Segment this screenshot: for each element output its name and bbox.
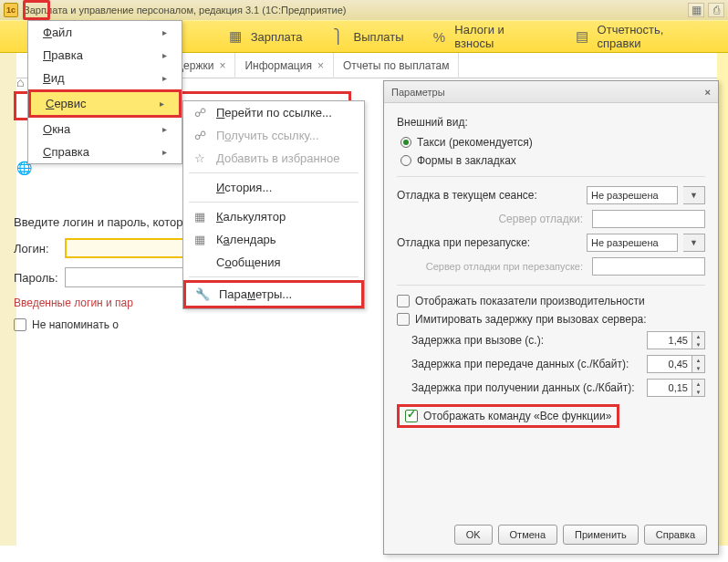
menu-edit[interactable]: Правка▸ — [28, 44, 182, 67]
debug-restart-label: Отладка при перезапуске: — [397, 236, 581, 249]
debug-server-restart-input[interactable] — [592, 257, 705, 276]
ok-button[interactable]: OK — [454, 525, 493, 545]
password-label: Пароль: — [14, 271, 59, 285]
menu-add-favorite: ☆Добавить в избранное — [183, 147, 364, 170]
menu-calendar[interactable]: ▦Календарь — [183, 228, 364, 251]
menu-history[interactable]: История... — [183, 176, 364, 199]
percent-icon: % — [431, 29, 447, 44]
menu-service[interactable]: Сервис▸ — [31, 92, 179, 115]
spinner[interactable]: ▲▼ — [692, 331, 705, 349]
delay-recv-label: Задержка при получении данных (с./Кбайт)… — [397, 381, 647, 394]
separator — [189, 172, 359, 173]
highlight-all-functions: Отображать команду «Все функции» — [397, 404, 619, 428]
link-icon: ☍ — [192, 129, 207, 142]
tab-reports[interactable]: Отчеты по выплатам — [334, 53, 460, 78]
appearance-label: Внешний вид: — [397, 116, 705, 129]
separator — [189, 202, 359, 203]
ribbon-reports[interactable]: ▤Отчетность, справки — [574, 23, 710, 50]
menu-file[interactable]: Файл▸ — [28, 21, 182, 44]
apply-button[interactable]: Применить — [563, 525, 639, 545]
tab-info[interactable]: Информация× — [235, 53, 334, 78]
remind-label: Не напоминать о — [32, 318, 119, 331]
debug-session-combo[interactable]: Не разрешена — [587, 186, 678, 204]
close-icon[interactable]: × — [219, 59, 225, 72]
ribbon-salary[interactable]: ▦Зарплата — [227, 29, 303, 44]
titlebar-tool-icon[interactable]: ▦ — [688, 3, 704, 17]
menu-parameters[interactable]: 🔧Параметры... — [186, 283, 361, 306]
perf-checkbox-row[interactable]: Отображать показатели производительности — [397, 295, 705, 307]
spinner[interactable]: ▲▼ — [692, 355, 705, 373]
close-icon[interactable]: × — [705, 87, 711, 98]
debug-restart-combo[interactable]: Не разрешена — [587, 234, 678, 252]
spinner[interactable]: ▲▼ — [692, 379, 705, 397]
wrench-icon: 🔧 — [195, 287, 210, 301]
dialog-titlebar[interactable]: Параметры × — [384, 81, 718, 103]
checkbox — [397, 295, 410, 307]
debug-session-label: Отладка в текущем сеансе: — [397, 189, 581, 202]
home-icon[interactable]: ⌂ — [16, 75, 24, 89]
radio-icon — [400, 155, 411, 166]
menu-messages[interactable]: Сообщения — [183, 251, 364, 274]
delay-call-label: Задержка при вызове (с.): — [397, 334, 647, 347]
app-icon: 1c — [4, 3, 18, 17]
all-functions-checkbox[interactable] — [405, 410, 418, 422]
ribbon-payments[interactable]: ⎫Выплаты — [330, 29, 404, 44]
chevron-down-icon[interactable]: ▼ — [683, 234, 705, 252]
star-icon: ☆ — [192, 151, 207, 165]
menu-help[interactable]: Справка▸ — [28, 140, 182, 163]
window-title: Зарплата и управление персоналом, редакц… — [24, 5, 346, 16]
debug-server-label: Сервер отладки: — [397, 213, 587, 225]
calendar-icon: ▦ — [192, 233, 207, 246]
wallet-icon: ⎫ — [330, 29, 347, 44]
menu-calculator[interactable]: ▦Калькулятор — [183, 205, 364, 228]
dialog-title: Параметры — [391, 87, 445, 98]
main-menu: Файл▸ Правка▸ Вид▸ Сервис▸ Окна▸ Справка… — [27, 20, 182, 164]
delay-send-label: Задержка при передаче данных (с./Кбайт): — [397, 358, 647, 370]
link-icon: ☍ — [192, 106, 207, 120]
delay-call-input[interactable]: 1,45 — [647, 331, 692, 349]
delay-recv-input[interactable]: 0,15 — [647, 379, 692, 397]
titlebar-print-icon[interactable]: ⎙ — [708, 3, 724, 17]
menu-goto-link[interactable]: ☍Перейти по ссылке... — [183, 101, 364, 124]
close-icon[interactable]: × — [317, 59, 324, 72]
debug-server-restart-label: Сервер отладки при перезапуске: — [397, 261, 587, 272]
checkbox — [397, 313, 410, 326]
remind-checkbox[interactable] — [14, 318, 26, 331]
delay-checkbox-row[interactable]: Имитировать задержку при вызовах сервера… — [397, 313, 705, 326]
all-functions-label: Отображать команду «Все функции» — [423, 410, 611, 422]
chevron-down-icon[interactable]: ▼ — [683, 186, 705, 204]
login-label: Логин: — [14, 242, 59, 255]
doc-icon: ▤ — [574, 29, 590, 44]
radio-tabs[interactable]: Формы в закладках — [397, 154, 705, 167]
separator — [189, 276, 359, 277]
menu-view[interactable]: Вид▸ — [28, 67, 182, 89]
table-icon: ▦ — [227, 29, 244, 44]
radio-icon — [400, 137, 411, 148]
calc-icon: ▦ — [192, 210, 207, 224]
radio-taxi[interactable]: Такси (рекомендуется) — [397, 136, 705, 149]
debug-server-input[interactable] — [592, 210, 705, 228]
cancel-button[interactable]: Отмена — [498, 525, 557, 545]
delay-send-input[interactable]: 0,45 — [647, 355, 692, 373]
titlebar: 1c Зарплата и управление персоналом, ред… — [0, 0, 728, 20]
parameters-dialog: Параметры × Внешний вид: Такси (рекоменд… — [383, 80, 719, 555]
help-button[interactable]: Справка — [644, 525, 707, 545]
menu-windows[interactable]: Окна▸ — [28, 118, 182, 140]
menu-get-link: ☍Получить ссылку... — [183, 124, 364, 147]
ribbon-taxes[interactable]: %Налоги и взносы — [431, 23, 546, 50]
service-submenu: ☍Перейти по ссылке... ☍Получить ссылку..… — [182, 100, 365, 309]
